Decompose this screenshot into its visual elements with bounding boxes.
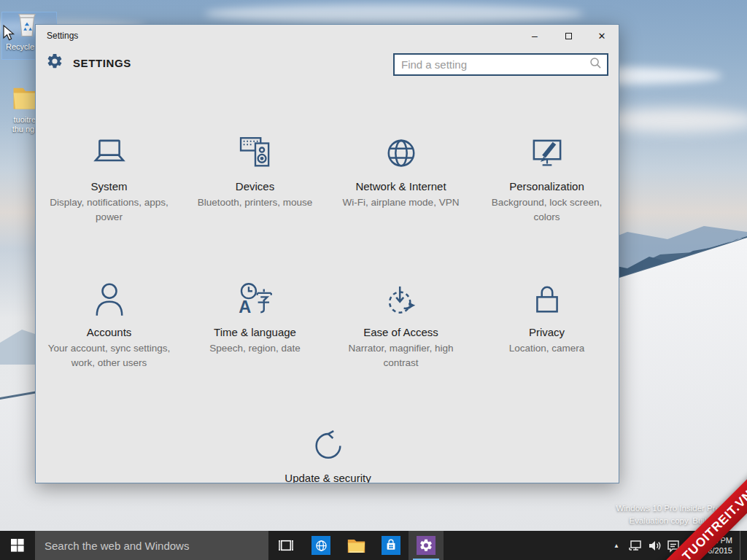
tile-subtitle: Display, notifications, apps, power <box>44 195 174 224</box>
task-view-icon <box>278 539 294 552</box>
tile-personalization[interactable]: Personalization Background, lock screen,… <box>474 128 620 274</box>
time-language-icon: A <box>182 274 328 319</box>
settings-categories: System Display, notifications, apps, pow… <box>36 128 619 483</box>
tile-privacy[interactable]: Privacy Location, camera <box>474 274 620 420</box>
edge-icon <box>311 536 330 555</box>
page-title: SETTINGS <box>73 57 131 69</box>
mouse-cursor <box>3 25 15 44</box>
speaker-icon <box>647 538 662 553</box>
task-view-button[interactable] <box>268 531 303 560</box>
store-button[interactable] <box>374 531 409 560</box>
svg-text:A: A <box>239 298 251 316</box>
network-tray-button[interactable] <box>627 531 643 560</box>
tile-system[interactable]: System Display, notifications, apps, pow… <box>36 128 182 274</box>
close-button[interactable]: ✕ <box>585 25 619 47</box>
search-icon <box>589 57 602 72</box>
window-titlebar[interactable]: Settings – ✕ <box>36 25 619 47</box>
tile-title: Devices <box>182 180 328 192</box>
tile-title: Accounts <box>36 326 182 338</box>
tile-title: Ease of Access <box>328 326 474 338</box>
tile-time-language[interactable]: A Time & language Speech, region, date <box>182 274 328 420</box>
personalization-icon <box>474 128 620 174</box>
file-explorer-icon <box>347 537 366 554</box>
tile-subtitle: Your account, sync settings, work, other… <box>44 341 174 370</box>
devices-icon <box>182 128 328 174</box>
window-title: Settings <box>47 25 78 47</box>
taskbar-search-input[interactable] <box>35 540 268 552</box>
lock-icon <box>474 274 620 319</box>
file-explorer-button[interactable] <box>338 531 374 560</box>
volume-tray-button[interactable] <box>646 531 662 560</box>
gear-icon <box>46 52 63 73</box>
tile-title: System <box>36 180 182 192</box>
show-desktop-button[interactable] <box>740 531 744 560</box>
tile-title: Network & Internet <box>328 180 474 192</box>
maximize-icon <box>565 33 572 39</box>
chevron-up-icon: ▲ <box>614 542 619 549</box>
windows-logo-icon <box>11 539 24 552</box>
tile-subtitle: Location, camera <box>482 341 612 356</box>
ease-of-access-icon <box>328 274 474 319</box>
tile-accounts[interactable]: Accounts Your account, sync settings, wo… <box>36 274 182 420</box>
settings-window: Settings – ✕ SETTINGS <box>35 24 619 483</box>
tile-subtitle: Speech, region, date <box>190 341 320 356</box>
tile-network[interactable]: Network & Internet Wi-Fi, airplane mode,… <box>328 128 474 274</box>
find-setting-searchbox[interactable] <box>393 53 608 76</box>
tile-ease-of-access[interactable]: Ease of Access Narrator, magnifier, high… <box>328 274 474 420</box>
network-icon <box>628 538 643 553</box>
tile-subtitle: Bluetooth, printers, mouse <box>190 195 320 210</box>
tile-title: Privacy <box>474 326 620 338</box>
minimize-button[interactable]: – <box>518 25 551 47</box>
minimize-icon: – <box>532 32 538 39</box>
start-button[interactable] <box>0 531 35 560</box>
edge-browser-button[interactable] <box>303 531 338 560</box>
tile-title: Personalization <box>474 180 620 192</box>
tile-devices[interactable]: Devices Bluetooth, printers, mouse <box>182 128 328 274</box>
tile-subtitle: Narrator, magnifier, high contrast <box>336 341 466 370</box>
screen: Recycle Bin tuoitrei thu ngh Windows 10 … <box>0 0 747 560</box>
tile-title: Time & language <box>182 326 328 338</box>
maximize-button[interactable] <box>551 25 585 47</box>
settings-icon <box>417 536 436 555</box>
update-icon <box>255 420 401 465</box>
show-hidden-icons-button[interactable]: ▲ <box>608 531 624 560</box>
tile-update-security[interactable]: Update & security Windows Update <box>255 420 401 483</box>
tile-subtitle: Wi-Fi, airplane mode, VPN <box>336 195 466 210</box>
taskbar: ▲ 2 P <box>0 531 747 560</box>
search-input[interactable] <box>395 58 589 71</box>
settings-app-button[interactable] <box>409 531 444 560</box>
close-icon: ✕ <box>598 31 606 42</box>
tile-subtitle: Background, lock screen, colors <box>482 195 612 224</box>
tile-title: Update & security <box>255 472 401 483</box>
store-icon <box>382 536 400 555</box>
user-icon <box>36 274 182 319</box>
taskbar-searchbox[interactable] <box>35 531 268 560</box>
globe-icon <box>328 128 474 174</box>
laptop-icon <box>36 128 182 174</box>
